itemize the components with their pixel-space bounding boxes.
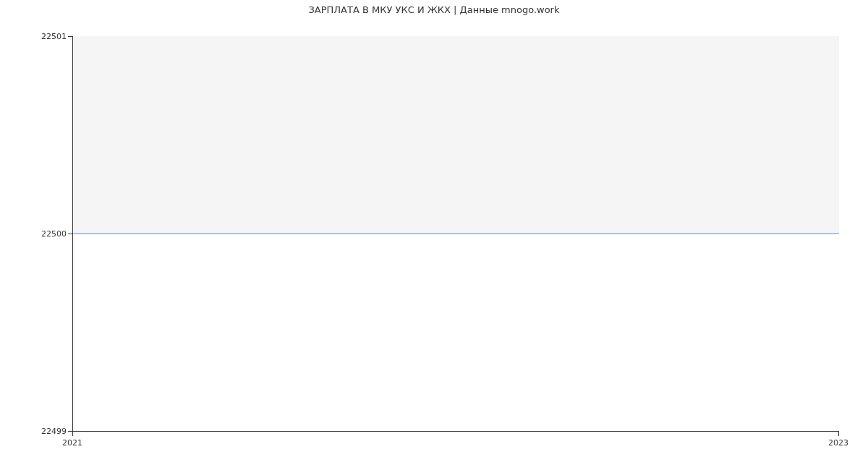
- y-tick: [68, 234, 72, 234]
- x-tick: [72, 432, 73, 436]
- y-tick-label: 22500: [23, 229, 67, 239]
- x-tick: [838, 432, 839, 436]
- y-tick: [68, 36, 72, 37]
- x-tick-label: 2023: [828, 438, 848, 448]
- x-tick-label: 2021: [62, 438, 82, 448]
- line-chart: ЗАРПЛАТА В МКУ УКС И ЖКХ | Данные mnogo.…: [0, 0, 868, 470]
- chart-title: ЗАРПЛАТА В МКУ УКС И ЖКХ | Данные mnogo.…: [0, 4, 868, 15]
- y-tick-label: 22499: [23, 427, 67, 436]
- plot-area: [72, 36, 839, 432]
- plot-lower-mask: [73, 234, 839, 431]
- data-line: [73, 234, 839, 234]
- y-tick-label: 22501: [23, 32, 67, 41]
